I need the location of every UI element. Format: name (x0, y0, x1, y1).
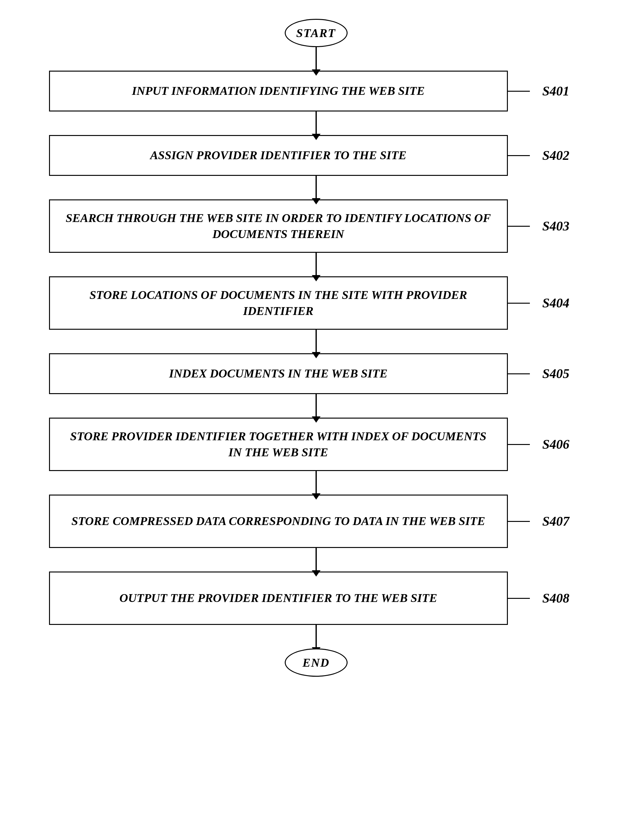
step-label-s401: S401 (542, 84, 583, 99)
step-text-s408: OUTPUT THE PROVIDER IDENTIFIER TO THE WE… (119, 590, 437, 606)
step-row-s408: OUTPUT THE PROVIDER IDENTIFIER TO THE WE… (49, 572, 583, 625)
step-row-s403: SEARCH THROUGH THE WEB SITE IN ORDER TO … (49, 199, 583, 253)
step-row-s402: ASSIGN PROVIDER IDENTIFIER TO THE SITE S… (49, 135, 583, 176)
step-row-s407: STORE COMPRESSED DATA CORRESPONDING TO D… (49, 494, 583, 548)
step-box-s405: INDEX DOCUMENTS IN THE WEB SITE (49, 353, 508, 394)
arrow-5 (315, 394, 317, 418)
step-box-s404: STORE LOCATIONS OF DOCUMENTS IN THE SITE… (49, 276, 508, 330)
arrow-0 (315, 47, 317, 71)
step-label-s403: S403 (542, 219, 583, 234)
step-box-s407: STORE COMPRESSED DATA CORRESPONDING TO D… (49, 494, 508, 548)
arrow-3 (315, 253, 317, 276)
arrow-2 (315, 176, 317, 199)
step-text-s401: INPUT INFORMATION IDENTIFYING THE WEB SI… (132, 83, 425, 99)
arrow-7 (315, 548, 317, 572)
step-label-s404: S404 (542, 295, 583, 311)
step-text-s402: ASSIGN PROVIDER IDENTIFIER TO THE SITE (150, 147, 406, 163)
step-label-s406: S406 (542, 437, 583, 452)
start-oval: START (285, 19, 348, 47)
arrow-4 (315, 330, 317, 353)
step-label-s407: S407 (542, 514, 583, 529)
step-text-s405: INDEX DOCUMENTS IN THE WEB SITE (169, 366, 388, 382)
end-oval: END (285, 649, 348, 677)
step-text-s404: STORE LOCATIONS OF DOCUMENTS IN THE SITE… (63, 287, 494, 319)
step-label-s408: S408 (542, 591, 583, 606)
step-box-s402: ASSIGN PROVIDER IDENTIFIER TO THE SITE (49, 135, 508, 176)
arrow-8 (315, 625, 317, 649)
start-label: START (296, 26, 336, 40)
flowchart: START INPUT INFORMATION IDENTIFYING THE … (0, 0, 632, 702)
step-box-s406: STORE PROVIDER IDENTIFIER TOGETHER WITH … (49, 418, 508, 471)
step-label-s402: S402 (542, 148, 583, 163)
step-row-s404: STORE LOCATIONS OF DOCUMENTS IN THE SITE… (49, 276, 583, 330)
arrow-1 (315, 112, 317, 135)
step-box-s408: OUTPUT THE PROVIDER IDENTIFIER TO THE WE… (49, 572, 508, 625)
step-box-s403: SEARCH THROUGH THE WEB SITE IN ORDER TO … (49, 199, 508, 253)
arrow-6 (315, 471, 317, 494)
step-row-s406: STORE PROVIDER IDENTIFIER TOGETHER WITH … (49, 418, 583, 471)
step-text-s407: STORE COMPRESSED DATA CORRESPONDING TO D… (71, 513, 485, 529)
step-row-s405: INDEX DOCUMENTS IN THE WEB SITE S405 (49, 353, 583, 394)
step-label-s405: S405 (542, 366, 583, 381)
step-text-s403: SEARCH THROUGH THE WEB SITE IN ORDER TO … (63, 210, 494, 242)
step-row-s401: INPUT INFORMATION IDENTIFYING THE WEB SI… (49, 71, 583, 112)
end-label: END (303, 656, 329, 669)
step-text-s406: STORE PROVIDER IDENTIFIER TOGETHER WITH … (63, 428, 494, 461)
step-box-s401: INPUT INFORMATION IDENTIFYING THE WEB SI… (49, 71, 508, 112)
